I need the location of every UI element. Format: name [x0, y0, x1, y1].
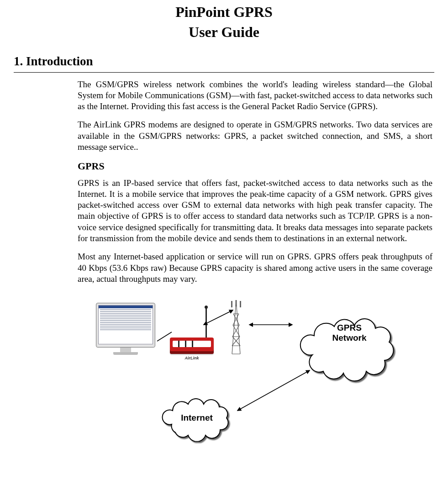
paragraph-3: GPRS is an IP-based service that offers …	[78, 178, 432, 244]
gprs-network-cloud-icon	[294, 314, 399, 385]
doc-title-line1: PinPoint GPRS	[14, 3, 434, 21]
paragraph-4: Most any Internet-based application or s…	[78, 251, 432, 285]
section-name: Introduction	[26, 54, 93, 68]
section-heading: 1. Introduction	[14, 53, 434, 70]
arrow-tower-gprs	[247, 320, 297, 329]
network-diagram: AirLink	[78, 298, 434, 454]
body-column: The GSM/GPRS wireless network combines t…	[78, 79, 432, 285]
svg-line-4	[204, 310, 233, 325]
modem-brand-label: AirLink	[170, 356, 214, 360]
arrow-pc-modem	[156, 329, 174, 343]
computer-icon	[96, 303, 155, 355]
svg-rect-2	[240, 301, 241, 307]
svg-line-3	[157, 332, 172, 341]
paragraph-2: The AirLink GPRS modems are designed to …	[78, 119, 432, 153]
section-number: 1.	[14, 54, 23, 68]
modem-icon: AirLink	[170, 338, 214, 354]
arrow-modem-tower	[201, 306, 237, 329]
svg-rect-1	[236, 300, 237, 306]
doc-title-line2: User Guide	[14, 23, 434, 42]
section-rule	[14, 72, 434, 73]
paragraph-1: The GSM/GPRS wireless network combines t…	[78, 79, 432, 112]
page: PinPoint GPRS User Guide 1. Introduction…	[0, 3, 448, 472]
subheading-gprs: GPRS	[78, 160, 432, 173]
internet-cloud-icon	[158, 396, 236, 444]
